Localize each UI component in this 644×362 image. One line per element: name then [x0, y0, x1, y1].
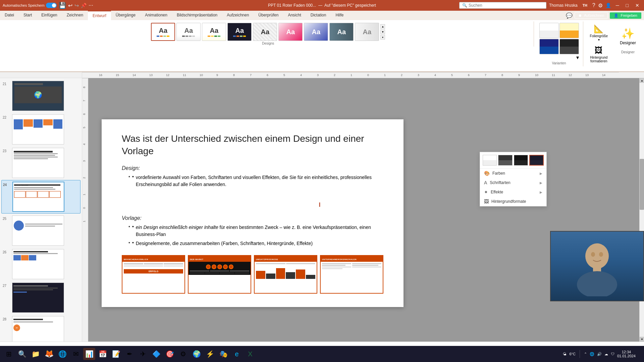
design-thumb-4[interactable]: Aa: [227, 23, 252, 41]
popup-item-schriftarten[interactable]: A Schriftarten ▶: [480, 178, 546, 187]
systray-up-icon[interactable]: ⌃: [584, 352, 587, 356]
taskbar-misc1-icon[interactable]: 🔷: [150, 348, 162, 360]
autosave-toggle[interactable]: Automatisches Speichern: [3, 3, 57, 8]
aufzeichnen-button[interactable]: ⏺ Aufzeichnen: [575, 12, 608, 19]
user-avatar[interactable]: TH: [580, 1, 590, 10]
tab-hilfe[interactable]: Hilfe: [331, 11, 348, 20]
slide-canvas[interactable]: Was ist der Unterschied zwischen einem D…: [102, 119, 404, 307]
settings-icon[interactable]: ⚙: [598, 2, 603, 9]
undo-icon[interactable]: ↩: [68, 2, 72, 9]
popup-item-hintergrund[interactable]: 🖼 Hintergrundformate: [480, 197, 546, 206]
tab-bildschirm[interactable]: Bildschirmpräsentation: [172, 11, 222, 20]
tab-einfuegen[interactable]: Einfügen: [37, 11, 62, 20]
popup-thumb-1[interactable]: [483, 155, 497, 166]
slide-item-21[interactable]: 21 🌍: [1, 79, 80, 112]
variant-3[interactable]: [539, 39, 559, 54]
close-button[interactable]: ✕: [633, 2, 641, 9]
help-icon[interactable]: ?: [592, 2, 595, 8]
designer-button[interactable]: ✨ Designer: [617, 23, 639, 50]
template-card-2[interactable]: DER MARKT: [188, 255, 251, 294]
tab-datei[interactable]: Datei: [0, 11, 19, 20]
freigeben-button[interactable]: 👤 Freigeben: [610, 12, 641, 19]
text-cursor[interactable]: I: [319, 201, 320, 208]
scroll-down-button[interactable]: ▼: [640, 337, 644, 342]
design-thumb-8[interactable]: Aa: [329, 23, 354, 41]
taskbar-clock[interactable]: 12:34 01.01.2024: [617, 350, 636, 358]
restore-button[interactable]: □: [624, 2, 631, 9]
scroll-thumb[interactable]: [640, 159, 644, 210]
tab-aufzeichnen[interactable]: Aufzeichnen: [222, 11, 254, 20]
taskbar-start-button[interactable]: ⊞: [3, 348, 15, 360]
taskbar-calendar-icon[interactable]: 📅: [97, 348, 109, 360]
tab-ansicht[interactable]: Ansicht: [283, 11, 306, 20]
design-thumb-9[interactable]: Aa: [355, 23, 379, 41]
slide-item-22[interactable]: 22: [1, 113, 80, 146]
scroll-more-icon[interactable]: ▾: [380, 35, 385, 40]
scroll-up-button[interactable]: ▲: [640, 78, 644, 83]
template-card-1[interactable]: BRANCHENAUSBLICK: [122, 255, 185, 294]
popup-thumb-4[interactable]: [529, 155, 544, 166]
taskbar-excel-icon[interactable]: X: [244, 348, 256, 360]
systray-network-icon[interactable]: 🌐: [590, 352, 594, 356]
redo-icon[interactable]: ↪: [74, 2, 79, 9]
slide-item-27[interactable]: 27: [1, 281, 80, 314]
design-thumb-7[interactable]: Aa: [304, 23, 328, 41]
search-input[interactable]: [469, 3, 529, 8]
taskbar-firefox-icon[interactable]: 🦊: [43, 348, 55, 360]
slide-item-25[interactable]: 25: [1, 214, 80, 247]
taskbar-chrome-icon[interactable]: 🌐: [56, 348, 68, 360]
slide-item-26[interactable]: 26: [1, 248, 80, 281]
taskbar-misc4-icon[interactable]: 🌍: [191, 348, 203, 360]
scroll-down-icon[interactable]: ▼: [380, 29, 385, 34]
taskbar-search-icon[interactable]: 🔍: [16, 348, 28, 360]
taskbar-explorer-icon[interactable]: 📁: [30, 348, 42, 360]
tab-entwurf[interactable]: Entwurf: [88, 11, 111, 20]
variant-2[interactable]: [559, 23, 579, 38]
variant-1[interactable]: [539, 23, 559, 38]
tab-animationen[interactable]: Animationen: [140, 11, 172, 20]
autosave-switch[interactable]: [46, 3, 57, 8]
variants-more-icon[interactable]: ▾: [576, 54, 579, 61]
tab-ueberpruefen[interactable]: Überprüfen: [254, 11, 283, 20]
taskbar-misc2-icon[interactable]: 🎯: [164, 348, 176, 360]
systray-volume-icon[interactable]: 🔊: [597, 352, 602, 356]
share-icon[interactable]: 👤: [605, 3, 611, 8]
more-icon[interactable]: ⋯: [89, 3, 93, 8]
taskbar-outlook-icon[interactable]: ✉: [70, 348, 82, 360]
popup-thumb-3[interactable]: [514, 155, 528, 166]
popup-thumb-2[interactable]: [498, 155, 512, 166]
comment-icon[interactable]: 💬: [566, 12, 573, 19]
design-thumb-3[interactable]: Aa: [202, 23, 226, 41]
save-icon[interactable]: 💾: [59, 2, 66, 9]
systray-onedrive-icon[interactable]: ☁: [604, 352, 608, 356]
taskbar-telegram-icon[interactable]: ✈: [137, 348, 149, 360]
taskbar-misc5-icon[interactable]: ⚡: [204, 348, 216, 360]
design-thumb-1[interactable]: Aa: [151, 23, 175, 41]
popup-item-effekte[interactable]: ✦ Effekte ▶: [480, 187, 546, 197]
tab-dictation[interactable]: Dictation: [306, 11, 331, 20]
taskbar-misc3-icon[interactable]: ⚙: [177, 348, 189, 360]
taskbar-misc6-icon[interactable]: 🎭: [217, 348, 229, 360]
foliengroesse-button[interactable]: 📐 Foliengröße▾: [587, 23, 610, 43]
systray-security-icon[interactable]: 🛡: [611, 352, 614, 356]
scroll-up-icon[interactable]: ▲: [380, 24, 385, 29]
minimize-button[interactable]: ─: [614, 2, 621, 9]
tab-uebergaenge[interactable]: Übergänge: [111, 11, 140, 20]
slide-item-28[interactable]: 28 ✏: [1, 315, 80, 342]
template-card-4[interactable]: UNTERNEHMENSKENNZAHLEN: [320, 255, 383, 294]
pin-icon[interactable]: 📌: [81, 3, 87, 8]
taskbar-onenote-icon[interactable]: 📝: [110, 348, 122, 360]
vertical-scrollbar[interactable]: ▲ ▼: [639, 78, 644, 342]
taskbar-notion-icon[interactable]: ✒: [123, 348, 136, 360]
hintergrund-button[interactable]: 🖼 Hintergrundformatieren: [587, 44, 610, 64]
taskbar-powerpoint-icon[interactable]: 📊: [83, 348, 95, 360]
taskbar-edge-icon[interactable]: e: [231, 348, 243, 360]
tab-zeichnen[interactable]: Zeichnen: [62, 11, 88, 20]
slide-item-24[interactable]: 24 Was ist der Unterschied: [1, 180, 80, 214]
design-scroll[interactable]: ▲ ▼ ▾: [380, 24, 385, 40]
design-thumb-2[interactable]: Aa: [176, 23, 201, 41]
popup-item-farben[interactable]: 🎨 Farben ▶: [480, 169, 546, 178]
template-card-3[interactable]: UMSATZPROGNOSE: [254, 255, 317, 294]
tab-start[interactable]: Start: [19, 11, 37, 20]
design-thumb-6[interactable]: Aa: [278, 23, 303, 41]
